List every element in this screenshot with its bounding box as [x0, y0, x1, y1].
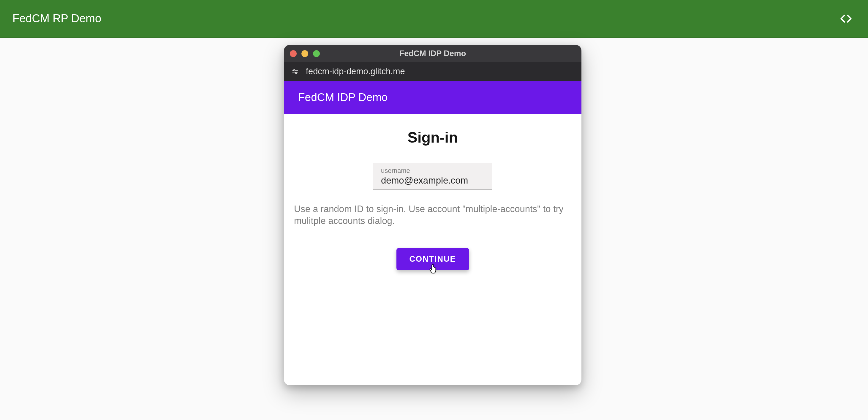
continue-button[interactable]: CONTINUE — [397, 248, 469, 270]
svg-point-1 — [293, 69, 295, 71]
username-label: username — [381, 167, 484, 175]
code-icon[interactable] — [839, 12, 856, 25]
username-input[interactable] — [381, 175, 484, 186]
username-field[interactable]: username — [373, 163, 492, 190]
page-header: FedCM RP Demo — [0, 0, 868, 38]
cursor-pointer-icon — [430, 264, 439, 276]
address-bar: fedcm-idp-demo.glitch.me — [284, 62, 582, 81]
maximize-window-button[interactable] — [313, 50, 320, 57]
signin-content: Sign-in username Use a random ID to sign… — [284, 114, 582, 385]
svg-point-3 — [296, 72, 297, 73]
window-controls — [290, 50, 320, 57]
idp-popup-window: FedCM IDP Demo fedcm-idp-demo.glitch.me … — [284, 45, 582, 385]
idp-header: FedCM IDP Demo — [284, 81, 582, 114]
signin-helper-text: Use a random ID to sign-in. Use account … — [294, 203, 571, 227]
site-controls-icon[interactable] — [290, 67, 300, 76]
signin-heading: Sign-in — [407, 129, 458, 146]
address-url[interactable]: fedcm-idp-demo.glitch.me — [306, 66, 405, 76]
close-window-button[interactable] — [290, 50, 297, 57]
minimize-window-button[interactable] — [302, 50, 308, 57]
window-title: FedCM IDP Demo — [284, 49, 582, 58]
continue-button-label: CONTINUE — [409, 254, 456, 264]
idp-header-title: FedCM IDP Demo — [298, 91, 388, 104]
page-title: FedCM RP Demo — [12, 12, 101, 25]
window-titlebar: FedCM IDP Demo — [284, 45, 582, 62]
